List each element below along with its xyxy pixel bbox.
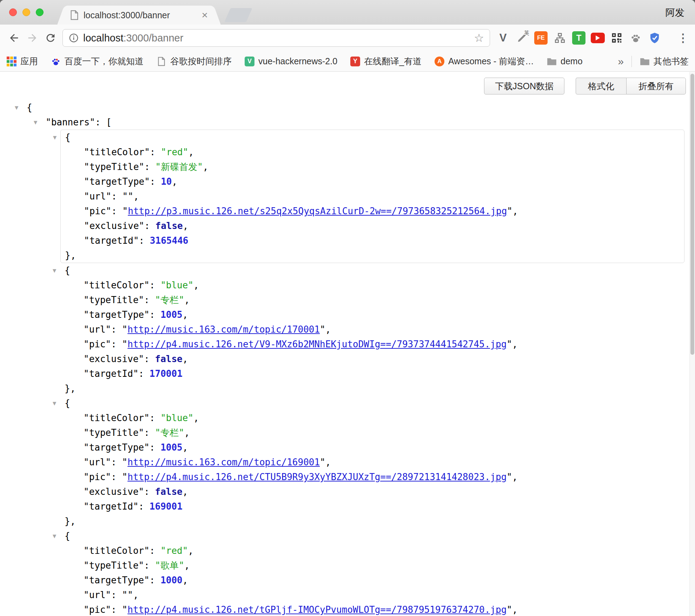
bookmarks-overflow-icon[interactable]: » [618, 55, 624, 67]
json-punct: " [507, 206, 512, 216]
bookmark-label: 在线翻译_有道 [364, 55, 422, 67]
json-punct: : [111, 590, 122, 600]
json-punct: , [184, 427, 190, 438]
bookmark-vue-hackernews[interactable]: V vue-hackernews-2.0 [244, 56, 337, 67]
json-punct: " [123, 206, 128, 216]
json-string: "歌单" [155, 560, 184, 571]
tab-strip: localhost:3000/banner × 阿发 [0, 0, 695, 25]
fe-extension-icon[interactable]: FE [533, 30, 549, 46]
browser-tab[interactable]: localhost:3000/banner × [65, 6, 213, 25]
json-link-value[interactable]: http://music.163.com/m/topic/169001 [127, 457, 320, 467]
url-text[interactable]: localhost:3000/banner [83, 32, 183, 44]
json-key: "exclusive" [84, 221, 144, 231]
other-bookmarks-folder[interactable]: 其他书签 [640, 55, 689, 67]
json-link-value[interactable]: http://p3.music.126.net/s25q2x5QyqsAzilC… [128, 206, 507, 216]
json-key: "titleColor" [84, 413, 150, 423]
shield-check-extension-icon[interactable] [647, 30, 663, 46]
json-line: ▼{ [0, 529, 695, 543]
json-punct: "" [123, 191, 133, 202]
json-line: "pic": "http://p3.music.126.net/s25q2x5Q… [61, 204, 684, 218]
vimium-extension-icon[interactable]: V [495, 30, 511, 46]
bookmark-apps[interactable]: 应用 [6, 55, 38, 67]
collapse-arrow-icon[interactable]: ▼ [15, 100, 18, 115]
folder-icon [640, 56, 650, 67]
collapse-arrow-icon[interactable]: ▼ [34, 115, 37, 130]
json-punct: , [512, 339, 518, 349]
zoom-window-button[interactable] [36, 8, 44, 16]
json-punct: " [122, 604, 128, 615]
json-line: "targetId": 169001 [0, 499, 695, 514]
org-chart-extension-icon[interactable] [552, 30, 568, 46]
bookmark-google-sort[interactable]: 谷歌按时间排序 [156, 55, 232, 67]
json-key: "pic" [84, 339, 111, 349]
close-window-button[interactable] [9, 8, 17, 16]
collapse-arrow-icon[interactable]: ▼ [53, 396, 56, 411]
json-punct: "" [122, 590, 133, 600]
json-punct: : [150, 575, 160, 585]
json-punct: }, [65, 516, 75, 526]
json-punct: , [188, 545, 193, 556]
json-key: "exclusive" [84, 354, 144, 364]
bookmark-baidu[interactable]: 百度一下，你就知道 [51, 55, 144, 67]
address-bar[interactable]: localhost:3000/banner ☆ [62, 29, 490, 47]
collapse-all-button[interactable]: 折叠所有 [626, 78, 686, 94]
bookmark-awesomes[interactable]: A Awesomes - 前端资… [434, 55, 534, 67]
minimize-window-button[interactable] [22, 8, 30, 16]
browser-menu-icon[interactable]: ⋮ [676, 31, 690, 45]
json-punct: , [512, 604, 518, 615]
translate-extension-icon[interactable]: 英 [514, 30, 530, 46]
bookmarks-bar: 应用 百度一下，你就知道 谷歌按时间排序 V vue-hackernews-2.… [0, 51, 695, 72]
json-punct: : [150, 545, 160, 556]
scrollbar-thumb[interactable] [690, 74, 694, 355]
collapse-arrow-icon[interactable]: ▼ [53, 529, 56, 543]
json-punct: " [507, 472, 512, 482]
json-punct: : [111, 324, 122, 335]
bookmark-demo-folder[interactable]: demo [547, 56, 583, 67]
youtube-extension-icon[interactable] [590, 30, 606, 46]
json-key: "url" [84, 590, 111, 600]
bookmark-star-icon[interactable]: ☆ [474, 32, 484, 44]
page-content: 下载JSON数据 格式化 折叠所有 ▼{▼"banners": [▼{"titl… [0, 72, 695, 616]
json-key: "pic" [84, 206, 111, 216]
new-tab-button[interactable] [224, 8, 252, 22]
bookmark-label: 应用 [20, 55, 38, 67]
json-punct: " [320, 457, 325, 467]
bookmark-youdao[interactable]: Y 在线翻译_有道 [350, 55, 422, 67]
page-scrollbar[interactable] [689, 72, 695, 616]
json-string: "新碟首发" [155, 162, 203, 172]
json-number: 10 [161, 176, 172, 187]
qrcode-extension-icon[interactable] [609, 30, 625, 46]
download-json-button[interactable]: 下载JSON数据 [484, 78, 564, 94]
json-link-value[interactable]: http://p4.music.126.net/tGPljf-IMOCyPvum… [127, 604, 507, 615]
json-punct: { [65, 398, 70, 408]
json-key: "targetType" [84, 176, 150, 187]
json-link-value[interactable]: http://p4.music.126.net/CTU5B9R9y3XyYBZX… [127, 472, 507, 482]
folder-icon [547, 56, 557, 67]
json-key: "typeTitle" [84, 560, 144, 571]
json-key: "targetId" [84, 235, 139, 246]
json-link-value[interactable]: http://p4.music.126.net/V9-MXz6b2MNhEKju… [127, 339, 507, 349]
close-tab-icon[interactable]: × [201, 10, 208, 20]
json-punct: " [320, 324, 325, 335]
json-punct: , [184, 295, 190, 305]
json-link-value[interactable]: http://music.163.com/m/topic/170001 [127, 324, 320, 335]
json-punct: : [150, 413, 160, 423]
collapse-arrow-icon[interactable]: ▼ [53, 130, 57, 145]
json-punct: , [133, 191, 139, 202]
paw-extension-icon[interactable] [628, 30, 644, 46]
json-number: 1005 [160, 442, 183, 453]
trafficlight-shield-extension-icon[interactable]: T [571, 30, 587, 46]
json-punct: : [144, 427, 155, 438]
reload-button[interactable] [41, 29, 60, 47]
json-punct: : [111, 191, 122, 202]
format-button[interactable]: 格式化 [576, 78, 626, 94]
collapse-arrow-icon[interactable]: ▼ [53, 263, 56, 278]
json-line: ▼"banners": [ [0, 115, 695, 130]
json-string: "red" [161, 147, 188, 157]
json-key: "titleColor" [84, 280, 150, 290]
page-info-icon[interactable] [68, 33, 79, 43]
back-button[interactable] [5, 29, 23, 47]
json-key: "targetId" [84, 368, 139, 379]
json-key: "targetType" [84, 575, 150, 585]
forward-button[interactable] [23, 29, 41, 47]
